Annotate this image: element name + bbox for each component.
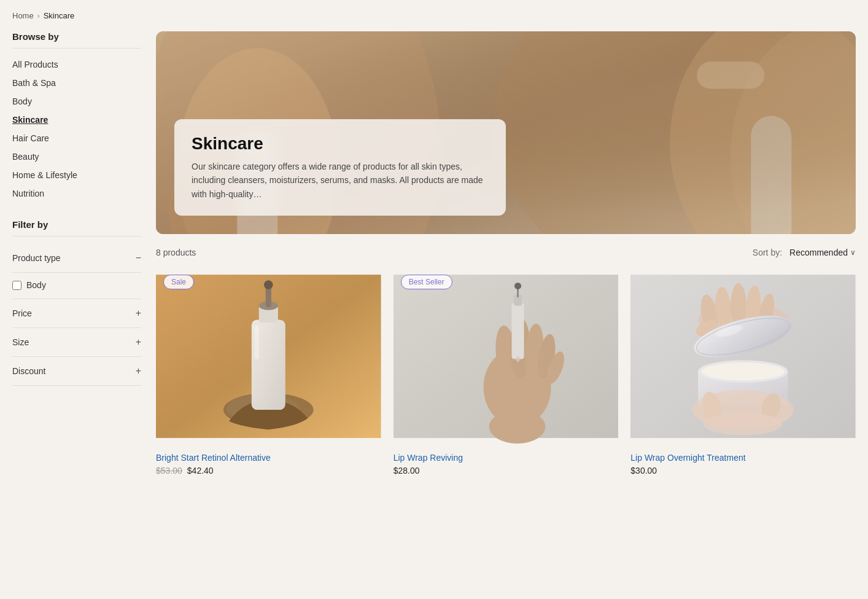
sort-label: Sort by: [753, 248, 782, 257]
filter-by-label: Filter by [12, 219, 141, 230]
svg-point-28 [514, 283, 521, 289]
sidebar-link-hair-care[interactable]: Hair Care [12, 130, 141, 147]
sidebar-link-nutrition[interactable]: Nutrition [12, 185, 141, 202]
sidebar-link-bath-spa[interactable]: Bath & Spa [12, 74, 141, 92]
sidebar-link-all-products[interactable]: All Products [12, 56, 141, 73]
product-illustration-1 [156, 267, 381, 445]
svg-point-16 [264, 280, 273, 289]
product-card-3[interactable]: Lip Wrap Overnight Treatment $30.00 [630, 267, 856, 476]
svg-point-29 [516, 356, 519, 362]
svg-rect-17 [254, 326, 258, 359]
sidebar-link-home-lifestyle[interactable]: Home & Lifestyle [12, 166, 141, 184]
hero-banner: Skincare Our skincare category offers a … [156, 31, 856, 234]
filter-price-toggle: + [136, 308, 141, 319]
product-image-1: Sale [156, 267, 381, 445]
product-price-3: $30.00 [630, 466, 856, 476]
product-card-1[interactable]: Sale [156, 267, 381, 476]
breadcrumb-current: Skincare [44, 11, 75, 20]
filter-option-body[interactable]: Body [12, 278, 141, 292]
filter-size-label: Size [12, 337, 29, 347]
filter-discount-header[interactable]: Discount + [12, 357, 141, 386]
filter-product-type-toggle: − [136, 253, 141, 264]
hero-card: Skincare Our skincare category offers a … [174, 119, 506, 216]
sidebar-item-bath-spa[interactable]: Bath & Spa [12, 74, 141, 92]
sidebar-item-beauty[interactable]: Beauty [12, 148, 141, 165]
svg-point-45 [702, 362, 785, 380]
filter-size-toggle: + [136, 337, 141, 348]
product-badge-1: Sale [163, 275, 194, 289]
filter-size-header[interactable]: Size + [12, 328, 141, 357]
sidebar-item-skincare[interactable]: Skincare [12, 111, 141, 128]
product-image-3 [630, 267, 856, 445]
browse-divider [12, 48, 141, 49]
breadcrumb-home[interactable]: Home [12, 11, 34, 20]
sort-value: Recommended [789, 248, 848, 257]
sidebar-item-nutrition[interactable]: Nutrition [12, 185, 141, 202]
svg-rect-25 [511, 303, 524, 359]
sidebar-item-body[interactable]: Body [12, 93, 141, 110]
filter-product-type-label: Product type [12, 253, 61, 263]
sidebar-item-home-lifestyle[interactable]: Home & Lifestyle [12, 166, 141, 184]
product-name-3[interactable]: Lip Wrap Overnight Treatment [630, 453, 856, 463]
sidebar-link-body[interactable]: Body [12, 93, 141, 110]
product-name-2[interactable]: Lip Wrap Reviving [393, 453, 619, 463]
breadcrumb: Home › Skincare [12, 11, 856, 20]
product-price-2: $28.00 [393, 466, 619, 476]
filter-price-label: Price [12, 308, 32, 318]
filter-product-type-header[interactable]: Product type − [12, 244, 141, 273]
product-price-sale-1: $42.40 [187, 466, 214, 476]
filter-price-header[interactable]: Price + [12, 299, 141, 328]
product-illustration-2 [393, 267, 619, 445]
filter-discount-toggle: + [136, 366, 141, 377]
browse-by-label: Browse by [12, 31, 141, 42]
product-image-2: Best Seller [393, 267, 619, 445]
hero-description: Our skincare category offers a wide rang… [192, 160, 489, 201]
sidebar-item-hair-care[interactable]: Hair Care [12, 130, 141, 147]
product-price-regular-3: $30.00 [630, 466, 657, 476]
filter-checkbox-body[interactable] [12, 281, 21, 290]
filter-label-body[interactable]: Body [26, 280, 46, 290]
hero-title: Skincare [192, 134, 489, 154]
sort-control[interactable]: Sort by: Recommended ∨ [753, 248, 856, 257]
products-header: 8 products Sort by: Recommended ∨ [156, 248, 856, 257]
product-price-regular-2: $28.00 [393, 466, 420, 476]
product-badge-2: Best Seller [401, 275, 452, 289]
sort-chevron-icon: ∨ [850, 248, 856, 257]
product-price-1: $53.00 $42.40 [156, 466, 381, 476]
products-grid: Sale [156, 267, 856, 476]
svg-point-49 [703, 413, 782, 436]
sidebar: Browse by All Products Bath & Spa Body S… [12, 31, 141, 476]
filter-discount-label: Discount [12, 366, 45, 376]
svg-rect-8 [751, 115, 791, 234]
category-nav: All Products Bath & Spa Body Skincare Ha… [12, 56, 141, 202]
filter-product-type-body: Body [12, 273, 141, 299]
sidebar-link-skincare[interactable]: Skincare [12, 111, 141, 128]
products-count: 8 products [156, 248, 196, 257]
product-name-1[interactable]: Bright Start Retinol Alternative [156, 453, 381, 463]
product-card-2[interactable]: Best Seller [393, 267, 619, 476]
filter-divider [12, 236, 141, 237]
svg-point-30 [489, 410, 545, 444]
breadcrumb-separator: › [37, 12, 40, 20]
sidebar-item-all-products[interactable]: All Products [12, 56, 141, 73]
product-illustration-3 [630, 267, 856, 445]
svg-rect-6 [697, 61, 764, 88]
main-content: Skincare Our skincare category offers a … [156, 31, 856, 476]
sidebar-link-beauty[interactable]: Beauty [12, 148, 141, 165]
product-price-original-1: $53.00 [156, 466, 182, 476]
